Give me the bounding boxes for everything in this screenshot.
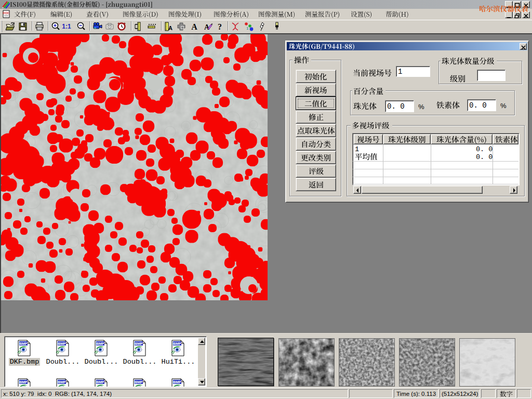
svg-text:BMP: BMP [173,342,181,345]
svg-text:BMP: BMP [135,380,143,384]
svg-text:1: 1 [246,26,249,31]
svg-text:BMP: BMP [135,342,143,345]
svg-text:A: A [191,22,197,31]
svg-text:?: ? [218,22,222,31]
svg-text:1:1: 1:1 [62,23,71,30]
svg-text:A: A [168,25,172,31]
svg-text:BMP: BMP [96,380,104,384]
svg-text:BMP: BMP [173,380,181,384]
svg-text:BMP: BMP [96,342,104,345]
svg-text:DOC: DOC [3,11,10,15]
svg-text:BMP: BMP [19,342,28,345]
svg-text:BMP: BMP [19,380,28,384]
svg-text:BMP: BMP [58,342,66,345]
svg-text:BMP: BMP [58,380,66,384]
